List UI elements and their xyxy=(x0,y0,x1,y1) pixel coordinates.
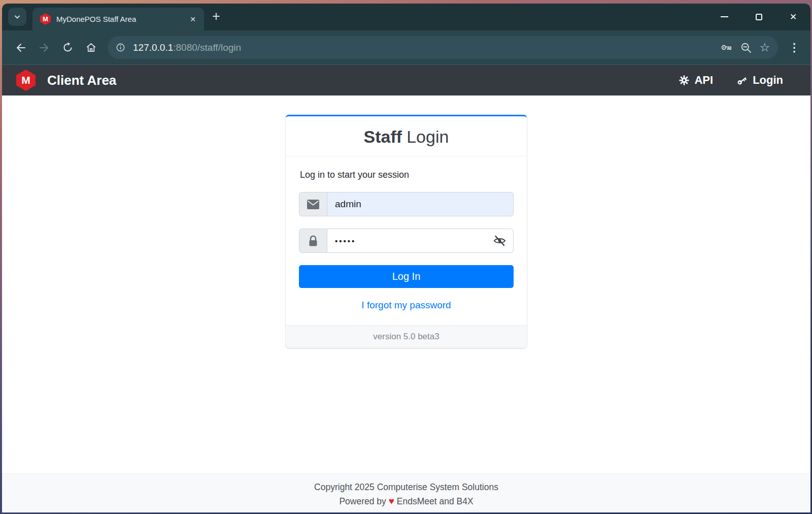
bookmark-star-icon[interactable]: ☆ xyxy=(759,42,770,53)
browser-toolbar: 127.0.0.1:8080/staff/login ☆ ⋮ xyxy=(2,30,810,65)
desktop-wallpaper: M MyDonePOS Staff Area ✕ + ✕ xyxy=(0,0,812,514)
powered-by-prefix: Powered by xyxy=(339,496,386,506)
url-text: 127.0.0.1:8080/staff/login xyxy=(133,42,241,53)
site-favicon-icon: M xyxy=(40,13,51,25)
refresh-button[interactable] xyxy=(56,36,79,59)
page-footer: Copyright 2025 Computerise System Soluti… xyxy=(2,473,810,512)
version-label: version 5.0 beta3 xyxy=(286,325,527,348)
title-light: Login xyxy=(407,127,449,146)
login-card-body: Log in to start your session xyxy=(286,156,527,325)
window-controls: ✕ xyxy=(714,7,803,26)
key-icon xyxy=(736,75,748,86)
url-path: :8080/staff/login xyxy=(173,42,241,53)
navbar-item-api[interactable]: API xyxy=(679,74,713,87)
browser-menu-icon[interactable]: ⋮ xyxy=(784,37,804,59)
back-button[interactable] xyxy=(9,36,32,59)
password-manager-key-icon[interactable] xyxy=(720,41,733,54)
back-arrow-icon xyxy=(15,42,27,54)
brand-title[interactable]: Client Area xyxy=(47,73,116,88)
log-in-button[interactable]: Log In xyxy=(299,265,514,288)
maximize-icon xyxy=(756,14,762,20)
eye-slash-icon xyxy=(493,235,506,247)
password-input-group xyxy=(299,229,514,253)
browser-tab[interactable]: M MyDonePOS Staff Area ✕ xyxy=(32,8,204,30)
navbar-api-label: API xyxy=(694,74,713,87)
forward-button[interactable] xyxy=(32,36,56,59)
site-navbar: M Client Area API Login xyxy=(2,65,810,95)
home-button[interactable] xyxy=(79,36,103,59)
password-input[interactable] xyxy=(327,229,514,253)
navbar-item-login[interactable]: Login xyxy=(736,74,783,87)
refresh-icon xyxy=(62,42,74,53)
address-bar[interactable]: 127.0.0.1:8080/staff/login ☆ xyxy=(108,36,778,59)
site-info-icon[interactable] xyxy=(116,43,125,52)
minimize-icon xyxy=(721,16,728,17)
username-input-group xyxy=(299,192,514,216)
forgot-password-link[interactable]: I forgot my password xyxy=(299,300,514,311)
page-title: StaffLogin xyxy=(364,127,449,146)
navbar-login-label: Login xyxy=(753,74,783,87)
login-card-header: StaffLogin xyxy=(286,116,527,156)
chevron-down-icon xyxy=(12,12,22,22)
omnibox-actions: ☆ xyxy=(720,41,770,54)
browser-window: M MyDonePOS Staff Area ✕ + ✕ xyxy=(2,4,810,512)
username-field-wrap xyxy=(327,192,514,216)
tab-close-icon[interactable]: ✕ xyxy=(187,13,199,25)
powered-by-text: Powered by ♥ EndsMeet and B4X xyxy=(2,494,810,508)
browser-tab-strip: M MyDonePOS Staff Area ✕ + ✕ xyxy=(2,4,810,30)
home-icon xyxy=(85,42,97,53)
envelope-icon xyxy=(299,192,327,216)
login-card: StaffLogin Log in to start your session xyxy=(286,115,527,348)
new-tab-button[interactable]: + xyxy=(212,10,220,23)
window-maximize-button[interactable] xyxy=(749,7,769,26)
heart-icon: ♥ xyxy=(389,496,394,506)
window-close-icon: ✕ xyxy=(790,12,797,22)
title-bold: Staff xyxy=(364,127,402,146)
forward-arrow-icon xyxy=(38,42,50,54)
username-input[interactable] xyxy=(327,192,514,216)
lock-icon xyxy=(299,229,327,253)
password-field-wrap xyxy=(327,229,514,253)
login-message: Log in to start your session xyxy=(300,170,513,180)
toggle-password-visibility-button[interactable] xyxy=(491,233,509,249)
tab-title: MyDonePOS Staff Area xyxy=(56,15,187,23)
tab-search-button[interactable] xyxy=(8,8,26,26)
copyright-text: Copyright 2025 Computerise System Soluti… xyxy=(2,480,810,494)
window-minimize-button[interactable] xyxy=(714,7,734,26)
url-host: 127.0.0.1 xyxy=(133,42,173,53)
gear-icon xyxy=(679,75,690,86)
powered-by-suffix: EndsMeet and B4X xyxy=(397,496,473,506)
window-close-button[interactable]: ✕ xyxy=(783,7,803,26)
navbar-links: API Login xyxy=(679,74,783,87)
brand-logo-icon[interactable]: M xyxy=(16,70,36,91)
zoom-out-icon[interactable] xyxy=(740,42,752,54)
page-content: StaffLogin Log in to start your session xyxy=(2,95,810,473)
